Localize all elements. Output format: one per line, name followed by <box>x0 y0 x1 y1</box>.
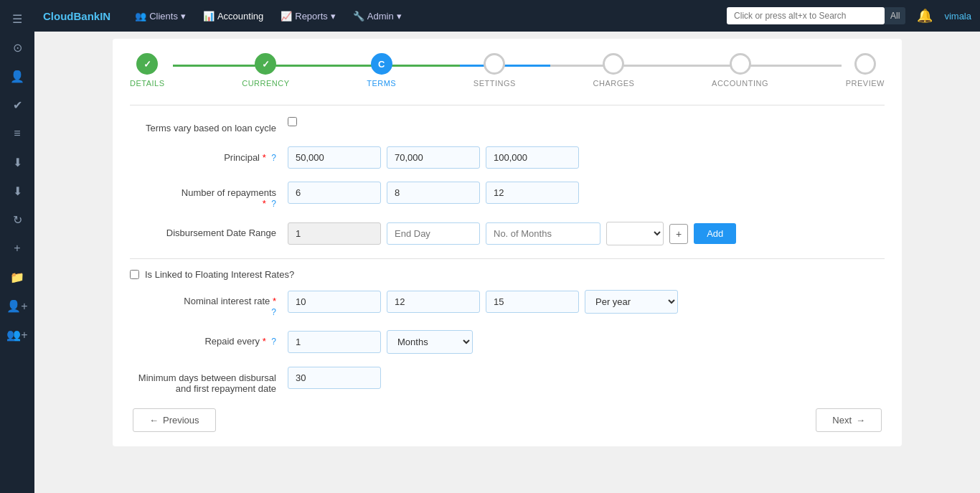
min-days-label: Minimum days between disbursal and first… <box>130 367 288 394</box>
previous-button[interactable]: ← Previous <box>133 408 216 432</box>
step-currency[interactable]: ✓ CURRENCY <box>242 53 289 88</box>
principal-help-icon[interactable]: ? <box>271 153 276 163</box>
next-arrow-icon: → <box>856 415 865 426</box>
num-repayments-help-icon[interactable]: ? <box>271 199 276 209</box>
step-settings-label: SETTINGS <box>473 79 516 88</box>
content-area: ✓ DETAILS ✓ CURRENCY C TERMS SETTINGS <box>34 32 980 493</box>
admin-chevron-icon: ▾ <box>397 11 402 22</box>
nominal-req: * <box>273 296 276 306</box>
clients-icon: 👥 <box>135 11 146 22</box>
step-accounting[interactable]: ACCOUNTING <box>712 53 768 88</box>
nav-clients[interactable]: 👥 Clients ▾ <box>128 8 193 24</box>
form-section: Terms vary based on loan cycle Principal… <box>130 117 885 394</box>
principal-input-3[interactable] <box>486 146 579 169</box>
nominal-input-1[interactable] <box>288 291 381 313</box>
repaid-period-select[interactable]: Months Weeks Days <box>387 330 473 354</box>
disbursement-period-input[interactable] <box>486 222 600 245</box>
sidebar-refresh-icon[interactable]: ↻ <box>4 207 30 233</box>
accounting-icon: 📊 <box>203 11 215 22</box>
step-preview-label: PREVIEW <box>846 79 885 88</box>
sidebar-menu-icon[interactable]: ☰ <box>4 6 30 32</box>
per-year-select[interactable]: Per year Per month <box>585 290 678 314</box>
sidebar-adduser-icon[interactable]: 👤+ <box>4 293 30 319</box>
step-settings[interactable]: SETTINGS <box>473 53 516 88</box>
disbursement-end-input[interactable] <box>387 222 480 245</box>
step-details-label: DETAILS <box>130 79 165 88</box>
sidebar-addgroup-icon[interactable]: 👥+ <box>4 321 30 347</box>
nominal-rate-label: Nominal interest rate * ? <box>130 290 288 317</box>
bottom-nav: ← Previous Next → <box>130 408 885 432</box>
next-button[interactable]: Next → <box>816 408 882 432</box>
num-repayments-inputs <box>288 182 579 204</box>
terms-vary-checkbox[interactable] <box>288 117 297 126</box>
repaid-every-input[interactable] <box>288 331 381 353</box>
step-currency-circle: ✓ <box>255 53 276 75</box>
brand-label: CloudBankIN <box>43 10 110 22</box>
disbursement-row: Disbursement Date Range + Add <box>130 222 885 245</box>
sidebar-download2-icon[interactable]: ⬇ <box>4 178 30 204</box>
sidebar: ☰ ⊙ 👤 ✔ ≡ ⬇ ⬇ ↻ + 📁 👤+ 👥+ <box>0 0 34 493</box>
sidebar-download1-icon[interactable]: ⬇ <box>4 149 30 175</box>
repayments-input-1[interactable] <box>288 182 381 204</box>
search-wrap: All <box>727 7 905 24</box>
nominal-inputs: Per year Per month <box>288 290 678 314</box>
principal-row: Principal * ? <box>130 146 885 169</box>
nominal-input-2[interactable] <box>387 291 480 313</box>
num-repayments-label: Number of repayments * ? <box>130 182 288 209</box>
step-preview[interactable]: PREVIEW <box>846 53 885 88</box>
sidebar-dashboard-icon[interactable]: ⊙ <box>4 34 30 60</box>
search-input[interactable] <box>727 7 885 24</box>
sidebar-add-icon[interactable]: + <box>4 235 30 261</box>
nominal-rate-row: Nominal interest rate * ? Per year Per m… <box>130 290 885 317</box>
step-charges-circle <box>603 53 624 75</box>
principal-req: * <box>263 152 266 163</box>
sidebar-clients-icon[interactable]: 👤 <box>4 63 30 89</box>
terms-vary-row: Terms vary based on loan cycle <box>130 117 885 133</box>
step-accounting-label: ACCOUNTING <box>712 79 768 88</box>
repaid-req: * <box>263 336 266 347</box>
nav-reports[interactable]: 📈 Reports ▾ <box>273 8 343 24</box>
repaid-every-label: Repaid every * ? <box>130 330 288 347</box>
linked-label: Is Linked to Floating Interest Rates? <box>145 269 294 280</box>
add-range-button[interactable]: Add <box>694 223 736 244</box>
prev-arrow-icon: ← <box>149 415 159 426</box>
step-charges[interactable]: CHARGES <box>593 53 635 88</box>
principal-input-1[interactable] <box>288 146 381 169</box>
step-settings-circle <box>484 53 505 75</box>
min-days-inputs <box>288 367 381 389</box>
linked-checkbox[interactable] <box>130 270 139 279</box>
topbar: CloudBankIN 👥 Clients ▾ 📊 Accounting 📈 R… <box>34 0 980 32</box>
disbursement-inputs: + Add <box>288 222 736 245</box>
add-range-plus-button[interactable]: + <box>669 224 688 244</box>
step-terms[interactable]: C TERMS <box>367 53 396 88</box>
disbursement-start-input[interactable] <box>288 222 381 245</box>
step-terms-circle: C <box>371 53 392 75</box>
principal-input-2[interactable] <box>387 146 480 169</box>
divider-top <box>130 105 885 105</box>
repayments-input-2[interactable] <box>387 182 480 204</box>
nominal-help-icon[interactable]: ? <box>271 307 276 317</box>
nav-admin[interactable]: 🔧 Admin ▾ <box>346 8 409 24</box>
repaid-help-icon[interactable]: ? <box>271 337 276 347</box>
nominal-input-3[interactable] <box>486 291 579 313</box>
linked-row: Is Linked to Floating Interest Rates? <box>130 269 885 280</box>
repaid-every-row: Repaid every * ? Months Weeks Days <box>130 330 885 354</box>
step-details[interactable]: ✓ DETAILS <box>130 53 165 88</box>
min-days-input[interactable] <box>288 367 381 389</box>
terms-vary-label: Terms vary based on loan cycle <box>130 117 288 133</box>
user-label[interactable]: vimala <box>944 11 971 22</box>
admin-icon: 🔧 <box>353 11 364 22</box>
sidebar-list-icon[interactable]: ≡ <box>4 121 30 146</box>
topbar-nav: 👥 Clients ▾ 📊 Accounting 📈 Reports ▾ 🔧 A… <box>128 8 408 24</box>
repayments-input-3[interactable] <box>486 182 579 204</box>
disbursement-period-select[interactable] <box>606 222 664 245</box>
sidebar-folder-icon[interactable]: 📁 <box>4 264 30 290</box>
steps: ✓ DETAILS ✓ CURRENCY C TERMS SETTINGS <box>130 53 885 88</box>
nav-accounting[interactable]: 📊 Accounting <box>196 8 270 24</box>
search-filter-button[interactable]: All <box>885 7 905 24</box>
notification-bell-icon[interactable]: 🔔 <box>917 8 933 24</box>
reports-icon: 📈 <box>281 11 292 22</box>
main-area: CloudBankIN 👥 Clients ▾ 📊 Accounting 📈 R… <box>34 0 980 493</box>
divider-mid <box>130 258 885 259</box>
sidebar-check-icon[interactable]: ✔ <box>4 92 30 118</box>
